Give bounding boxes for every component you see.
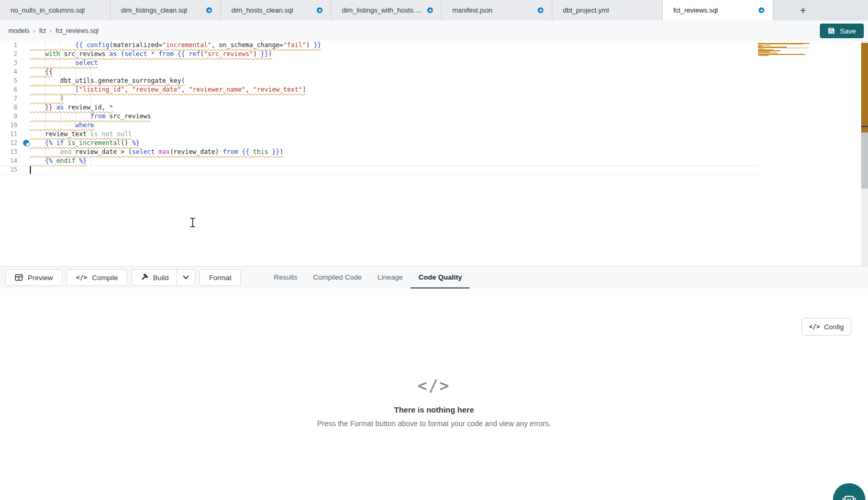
file-tab-manifest.json[interactable]: manifest.json <box>442 0 552 20</box>
file-tab-dim_listings_clean.sql[interactable]: dim_listings_clean.sql <box>110 0 221 20</box>
line-number: 14 <box>0 157 17 165</box>
code-line-11[interactable]: 11 review_text is not null <box>0 130 868 139</box>
line-number: 2 <box>0 50 17 59</box>
panel-tab-code-quality[interactable]: Code Quality <box>410 266 470 288</box>
chat-assistant-button[interactable] <box>833 483 865 500</box>
line-number: 13 <box>0 148 17 157</box>
preview-label: Preview <box>28 274 53 282</box>
table-icon <box>15 273 23 282</box>
line-number: 12 <box>0 139 17 148</box>
build-label: Build <box>153 274 169 282</box>
code-line-14[interactable]: 14 {% endif %} <box>0 157 868 165</box>
panel-tab-compiled-code[interactable]: Compiled Code <box>305 266 370 288</box>
breadcrumb: models›fct›fct_reviews.sql <box>8 27 98 35</box>
preview-button[interactable]: Preview <box>5 269 62 286</box>
file-tab-bar: no_nulls_in_columns.sqldim_listings_clea… <box>0 0 868 20</box>
file-tab-fct_reviews.sql[interactable]: fct_reviews.sql <box>663 0 773 20</box>
code-line-13[interactable]: 13 and review_date > (select max(review_… <box>0 148 868 157</box>
minimap-line-bar <box>758 48 809 49</box>
code-line-12[interactable]: 12 {% if is_incremental() %} <box>0 139 868 148</box>
format-label: Format <box>209 274 231 282</box>
scrollbar-thumb[interactable] <box>861 132 868 188</box>
save-label: Save <box>840 27 856 35</box>
code-line-text: {% endif %} <box>30 157 86 165</box>
compile-button[interactable]: </> Compile <box>66 269 127 286</box>
code-line-text: review_text is not null <box>30 130 132 139</box>
breadcrumb-segment-models[interactable]: models <box>8 27 29 35</box>
code-line-4[interactable]: 4 {{ <box>0 68 868 76</box>
code-line-3[interactable]: 3 select <box>0 59 868 68</box>
tab-label: dim_listings_with_hosts.sql <box>342 6 423 14</box>
code-line-text: select <box>30 59 98 68</box>
config-label: Config <box>824 323 844 331</box>
code-line-5[interactable]: 5 dbt_utils.generate_surrogate_key( <box>0 76 868 85</box>
breadcrumb-separator-icon: › <box>50 27 52 35</box>
line-number: 1 <box>0 41 17 50</box>
tab-label: no_nulls_in_columns.sql <box>10 6 85 14</box>
tab-label: dbt_project.yml <box>563 6 609 14</box>
robot-chat-icon <box>841 492 857 500</box>
tab-label: dim_listings_clean.sql <box>121 6 187 14</box>
config-button[interactable]: </> Config <box>802 318 851 336</box>
line-number: 4 <box>0 68 17 76</box>
empty-state-subtitle: Press the Format button above to format … <box>0 419 868 428</box>
overview-ruler-warnings <box>861 43 868 132</box>
code-line-8[interactable]: 8 }} as review_id, * <box>0 103 868 112</box>
code-icon: </> <box>76 274 87 281</box>
file-tab-dim_listings_with_hosts.sql[interactable]: dim_listings_with_hosts.sql <box>331 0 442 20</box>
breadcrumb-segment-fct_reviews.sql[interactable]: fct_reviews.sql <box>55 27 98 35</box>
line-number: 5 <box>0 76 17 85</box>
code-line-7[interactable]: 7 ) <box>0 94 868 103</box>
format-button[interactable]: Format <box>199 269 241 286</box>
build-button[interactable]: Build <box>132 270 177 285</box>
panel-tab-results[interactable]: Results <box>266 266 305 288</box>
code-editor[interactable]: 1 {{ config(materialized="incremental", … <box>0 41 868 266</box>
hammer-icon <box>140 273 148 282</box>
code-line-1[interactable]: 1 {{ config(materialized="incremental", … <box>0 41 868 50</box>
modified-dot-icon <box>427 7 433 13</box>
line-number: 15 <box>0 165 17 174</box>
floppy-disk-icon <box>828 27 835 35</box>
line-number: 9 <box>0 112 17 121</box>
line-number: 7 <box>0 94 17 103</box>
minimap[interactable] <box>758 41 810 72</box>
code-line-text: {{ config(materialized="incremental", on… <box>30 41 321 50</box>
breadcrumb-bar: models›fct›fct_reviews.sql Save <box>0 20 868 41</box>
new-tab-button[interactable]: + <box>796 4 810 17</box>
code-line-15[interactable]: 15 <box>0 165 868 174</box>
chevron-down-icon <box>183 275 189 280</box>
file-tab-no_nulls_in_columns.sql[interactable]: no_nulls_in_columns.sql <box>0 0 110 20</box>
build-split-button: Build <box>131 269 195 286</box>
mouse-ibeam-cursor <box>188 217 197 228</box>
quick-fix-icon[interactable] <box>23 140 29 146</box>
panel-tab-lineage[interactable]: Lineage <box>370 266 410 288</box>
empty-state: </> There is nothing here Press the Form… <box>0 376 868 428</box>
minimap-line-bar <box>758 55 769 56</box>
code-quality-panel: </> Config </> There is nothing here Pre… <box>0 288 868 500</box>
code-line-6[interactable]: 6 ["listing_id", "review_date", "reviewe… <box>0 85 868 94</box>
overview-ruler-cursor-mark <box>861 126 868 127</box>
save-button[interactable]: Save <box>820 24 864 38</box>
editor-scrollbar[interactable] <box>861 41 868 266</box>
line-number: 11 <box>0 130 17 139</box>
code-line-2[interactable]: 2 with src_reviews as (select * from {{ … <box>0 50 868 59</box>
file-tab-dbt_project.yml[interactable]: dbt_project.yml <box>552 0 663 20</box>
line-number: 6 <box>0 85 17 94</box>
modified-dot-icon <box>317 7 322 13</box>
code-line-text: {{ <box>30 68 52 76</box>
editor-action-toolbar: Preview </> Compile Build Format Results… <box>0 266 868 288</box>
code-line-text: }} as review_id, * <box>30 103 113 112</box>
code-line-9[interactable]: 9 from src_reviews <box>0 112 868 121</box>
modified-dot-icon <box>538 7 543 13</box>
code-line-text: {% if is_incremental() %} <box>30 139 140 148</box>
tab-label: fct_reviews.sql <box>673 6 718 14</box>
code-icon-large: </> <box>0 376 868 395</box>
line-number: 8 <box>0 103 17 112</box>
tab-label: manifest.json <box>452 6 493 14</box>
build-options-dropdown[interactable] <box>177 270 195 285</box>
file-tab-dim_hosts_clean.sql[interactable]: dim_hosts_clean.sql <box>221 0 331 20</box>
code-line-text: from src_reviews <box>30 112 151 121</box>
compile-label: Compile <box>92 274 118 282</box>
breadcrumb-segment-fct[interactable]: fct <box>39 27 46 35</box>
code-line-10[interactable]: 10 where <box>0 121 868 130</box>
